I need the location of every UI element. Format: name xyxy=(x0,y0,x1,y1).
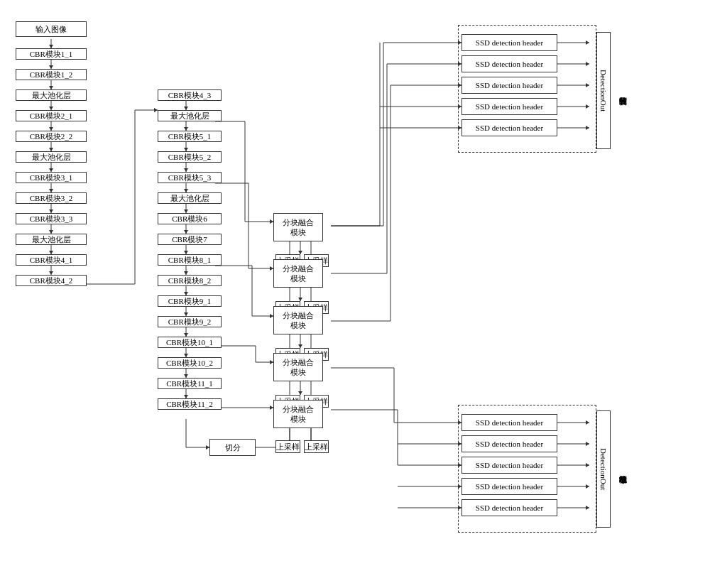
cbr-9-1-box: CBR模块9_1 xyxy=(158,295,222,307)
cbr-10-1-box: CBR模块10_1 xyxy=(158,337,222,348)
fusion-2-box: 分块融合 模块 xyxy=(273,259,323,288)
cbr-11-1-box: CBR模块11_1 xyxy=(158,378,222,389)
ssd-bottom-2: SSD detection header xyxy=(462,435,557,452)
ssd-top-4: SSD detection header xyxy=(462,98,557,115)
split-box: 切分 xyxy=(209,439,256,456)
diagram: 输入图像 CBR模块1_1 CBR模块1_2 最大池化层 CBR模块2_1 CB… xyxy=(0,0,710,588)
detection-bottom-label: 非机动车特征检测 xyxy=(616,410,630,528)
detection-out-bottom: DetectionOut xyxy=(596,410,611,528)
cbr-5-1-box: CBR模块5_1 xyxy=(158,131,222,142)
ssd-top-3: SSD detection header xyxy=(462,77,557,94)
maxpool-2-box: 最大池化层 xyxy=(16,151,87,163)
upsample-4a-box: 上采样 xyxy=(275,440,300,453)
cbr-10-2-box: CBR模块10_2 xyxy=(158,357,222,369)
cbr-6-box: CBR模块6 xyxy=(158,213,222,224)
cbr-2-2-box: CBR模块2_2 xyxy=(16,131,87,142)
cbr-3-2-box: CBR模块3_2 xyxy=(16,192,87,204)
cbr-8-1-box: CBR模块8_1 xyxy=(158,254,222,266)
ssd-bottom-1: SSD detection header xyxy=(462,414,557,431)
fusion-5-box: 分块融合 模块 xyxy=(273,400,323,428)
cbr-2-1-box: CBR模块2_1 xyxy=(16,110,87,121)
cbr-5-2-box: CBR模块5_2 xyxy=(158,151,222,163)
detection-out-top: DetectionOut xyxy=(596,32,611,149)
ssd-top-5: SSD detection header xyxy=(462,119,557,136)
maxpool-1-box: 最大池化层 xyxy=(16,89,87,101)
cbr-4-1-box: CBR模块4_1 xyxy=(16,254,87,266)
cbr-1-2-box: CBR模块1_2 xyxy=(16,69,87,80)
maxpool-m1-box: 最大池化层 xyxy=(158,110,222,121)
cbr-1-1-box: CBR模块1_1 xyxy=(16,48,87,60)
cbr-5-3-box: CBR模块5_3 xyxy=(158,172,222,183)
cbr-4-3-box: CBR模块4_3 xyxy=(158,89,222,101)
input-image-box: 输入图像 xyxy=(16,21,87,37)
fusion-3-box: 分块融合 模块 xyxy=(273,306,323,334)
cbr-8-2-box: CBR模块8_2 xyxy=(158,275,222,286)
maxpool-3-box: 最大池化层 xyxy=(16,234,87,245)
cbr-3-3-box: CBR模块3_3 xyxy=(16,213,87,224)
ssd-top-2: SSD detection header xyxy=(462,55,557,72)
fusion-1-box: 分块融合 模块 xyxy=(273,213,323,241)
cbr-9-2-box: CBR模块9_2 xyxy=(158,316,222,327)
ssd-bottom-4: SSD detection header xyxy=(462,478,557,495)
cbr-3-1-box: CBR模块3_1 xyxy=(16,172,87,183)
cbr-7-box: CBR模块7 xyxy=(158,234,222,245)
ssd-top-1: SSD detection header xyxy=(462,34,557,51)
upsample-4b-box: 上采样 xyxy=(304,440,329,453)
input-image-label: 输入图像 xyxy=(36,24,67,34)
maxpool-m2-box: 最大池化层 xyxy=(158,192,222,204)
ssd-bottom-5: SSD detection header xyxy=(462,499,557,516)
ssd-bottom-3: SSD detection header xyxy=(462,457,557,474)
fusion-4-box: 分块融合 模块 xyxy=(273,353,323,381)
detection-top-label: 驾驶人特征检测 xyxy=(616,32,630,149)
cbr-4-2-box: CBR模块4_2 xyxy=(16,275,87,286)
cbr-11-2-box: CBR模块11_2 xyxy=(158,398,222,410)
